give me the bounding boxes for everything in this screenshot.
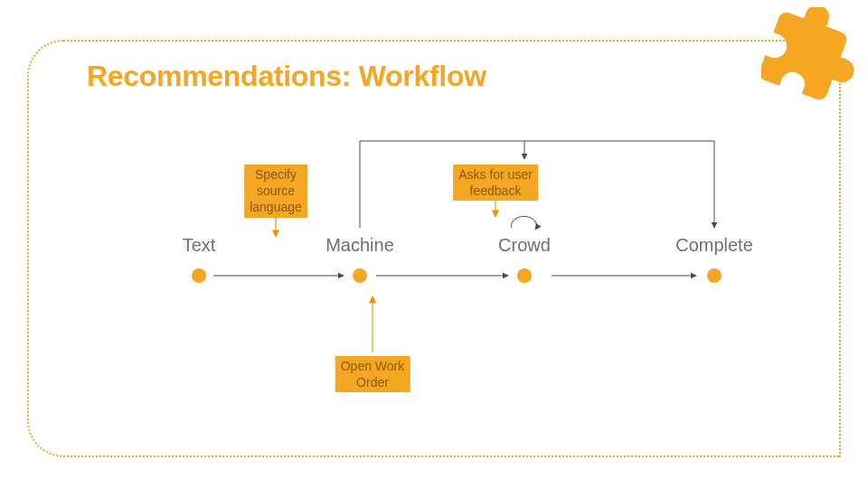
puzzle-icon (761, 7, 861, 107)
note-line: feedback (458, 183, 533, 199)
stage-label-text: Text (183, 235, 216, 256)
note-line: Order (341, 374, 405, 390)
stage-dot-crowd (517, 268, 532, 283)
stage-label-crowd: Crowd (498, 235, 551, 256)
note-specify-language: Specify source language (244, 164, 307, 218)
note-line: source (250, 183, 302, 199)
stage-dot-machine (353, 268, 367, 283)
stage-dot-text (192, 268, 206, 283)
note-line: Specify (250, 166, 302, 183)
slide-title: Recommendations: Workflow (87, 60, 486, 93)
stage-label-machine: Machine (326, 235, 394, 256)
note-user-feedback: Asks for user feedback (453, 164, 538, 201)
note-line: Open Work (341, 358, 405, 374)
stage-label-complete: Complete (675, 235, 753, 256)
note-line: Asks for user (458, 166, 533, 183)
note-open-work-order: Open Work Order (335, 356, 410, 392)
note-line: language (250, 199, 302, 215)
stage-dot-complete (707, 268, 722, 283)
